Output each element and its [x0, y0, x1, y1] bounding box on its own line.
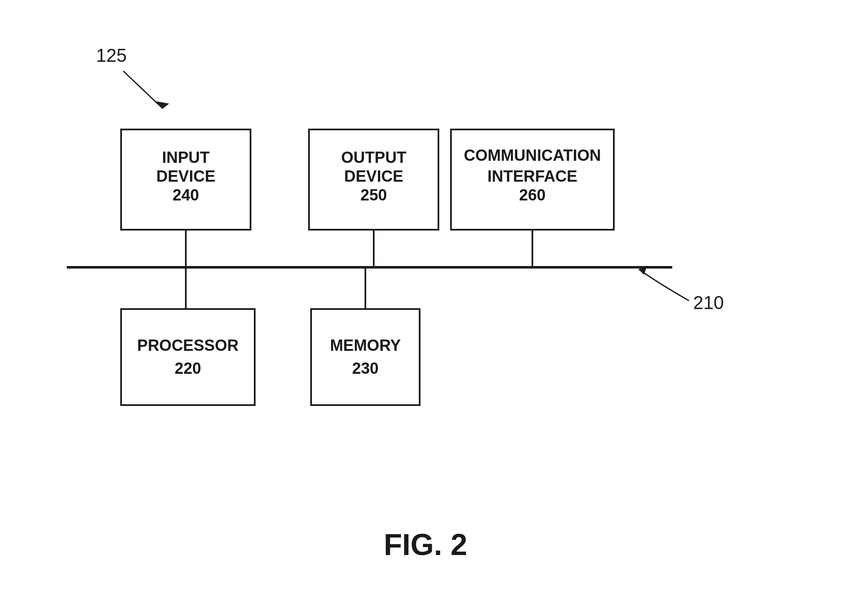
comm-interface-label: COMMUNICATION — [464, 147, 601, 164]
comm-interface-number: 260 — [519, 186, 545, 204]
svg-marker-1 — [154, 101, 169, 109]
ref-label-210: 210 — [693, 292, 724, 313]
processor-box — [121, 309, 255, 405]
input-device-number: 240 — [172, 186, 199, 204]
ref-label-125: 125 — [96, 45, 127, 66]
memory-label: MEMORY — [330, 337, 401, 354]
input-device-label: INPUT — [162, 149, 210, 166]
output-device-label2: DEVICE — [344, 167, 403, 185]
memory-number: 230 — [352, 360, 378, 377]
figure-caption: FIG. 2 — [384, 528, 467, 561]
memory-box — [311, 309, 420, 405]
processor-label: PROCESSOR — [137, 337, 239, 354]
output-device-number: 250 — [360, 186, 387, 204]
processor-number: 220 — [175, 360, 201, 377]
input-device-label2: DEVICE — [156, 167, 215, 185]
diagram-container: 125 INPUT DEVICE 240 OUTPUT DEVICE 250 C… — [0, 0, 851, 616]
comm-interface-label2: INTERFACE — [487, 167, 577, 185]
output-device-label: OUTPUT — [341, 149, 406, 166]
